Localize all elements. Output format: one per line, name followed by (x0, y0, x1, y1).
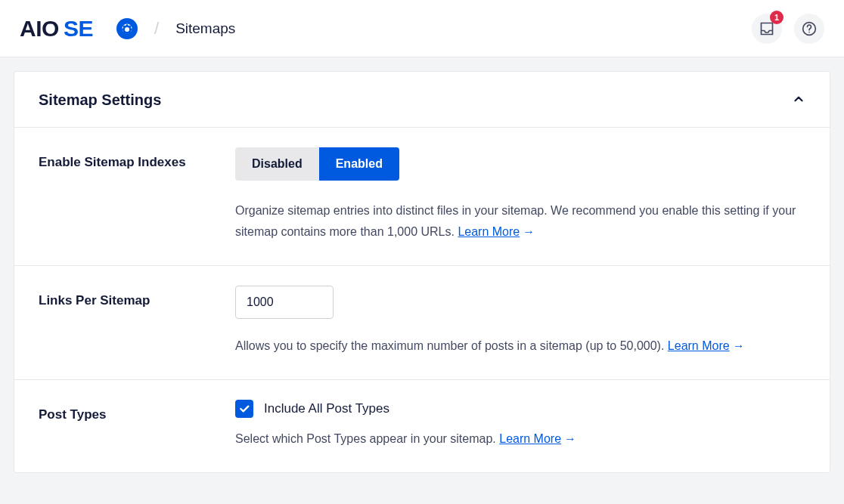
toggle-disabled-button[interactable]: Disabled (235, 147, 319, 181)
logo-icon: AIO SE (20, 16, 139, 42)
arrow-link[interactable]: → (523, 225, 535, 238)
setting-links-per-sitemap: Links Per Sitemap Allows you to specify … (14, 266, 830, 380)
setting-content: Include All Post Types Select which Post… (235, 400, 805, 450)
logo[interactable]: AIO SE (20, 16, 139, 42)
setting-description: Allows you to specify the maximum number… (235, 335, 805, 357)
setting-content: Disabled Enabled Organize sitemap entrie… (235, 147, 805, 243)
help-icon (802, 21, 817, 36)
collapse-button[interactable] (792, 92, 805, 109)
svg-point-4 (125, 27, 129, 32)
svg-text:AIO: AIO (20, 16, 59, 41)
card-header: Sitemap Settings (14, 72, 830, 128)
arrow-link[interactable]: → (564, 432, 576, 445)
checkbox-label: Include All Post Types (264, 401, 389, 416)
card-title: Sitemap Settings (39, 91, 161, 109)
divider: / (154, 19, 159, 39)
help-button[interactable] (794, 14, 824, 44)
toggle-group: Disabled Enabled (235, 147, 399, 181)
setting-enable-indexes: Enable Sitemap Indexes Disabled Enabled … (14, 128, 830, 266)
setting-description: Select which Post Types appear in your s… (235, 428, 805, 450)
inbox-icon (759, 21, 774, 36)
arrow-link[interactable]: → (733, 339, 745, 352)
learn-more-link[interactable]: Learn More (458, 225, 520, 238)
setting-label: Links Per Sitemap (39, 286, 235, 357)
include-all-checkbox[interactable] (235, 400, 253, 418)
check-icon (238, 403, 250, 415)
setting-label: Post Types (39, 400, 235, 450)
checkbox-wrapper: Include All Post Types (235, 400, 805, 418)
notifications-button[interactable]: 1 (752, 14, 782, 44)
learn-more-link[interactable]: Learn More (499, 432, 561, 445)
page-title: Sitemaps (175, 20, 235, 37)
chevron-up-icon (792, 92, 805, 106)
settings-card: Sitemap Settings Enable Sitemap Indexes … (14, 71, 830, 473)
notification-badge: 1 (770, 11, 783, 24)
svg-point-6 (808, 31, 810, 32)
setting-content: Allows you to specify the maximum number… (235, 286, 805, 357)
app-header: AIO SE / Sitemaps 1 (0, 0, 844, 57)
learn-more-link[interactable]: Learn More (668, 339, 730, 352)
toggle-enabled-button[interactable]: Enabled (319, 147, 399, 181)
svg-text:SE: SE (64, 16, 93, 41)
setting-label: Enable Sitemap Indexes (39, 147, 235, 243)
setting-description: Organize sitemap entries into distinct f… (235, 200, 805, 243)
setting-post-types: Post Types Include All Post Types Select… (14, 380, 830, 472)
links-per-sitemap-input[interactable] (235, 286, 334, 319)
